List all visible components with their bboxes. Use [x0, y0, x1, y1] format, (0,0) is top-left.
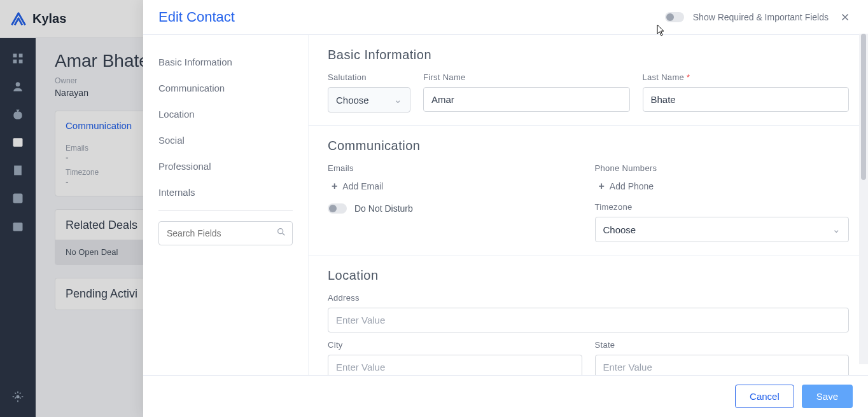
- sidebar-item-communication[interactable]: Communication: [158, 75, 293, 101]
- timezone-field-label: Timezone: [595, 202, 850, 212]
- plus-icon: +: [332, 181, 337, 192]
- address-input[interactable]: [328, 308, 849, 332]
- modal-header: Edit Contact Show Required & Important F…: [143, 0, 868, 35]
- dnd-label: Do Not Disturb: [354, 203, 413, 214]
- divider: [309, 125, 868, 126]
- save-button[interactable]: Save: [802, 385, 853, 408]
- address-label: Address: [328, 293, 849, 303]
- search-fields-input[interactable]: [158, 221, 293, 245]
- modal-form[interactable]: Basic Information Salutation Choose ⌄ Fi…: [309, 35, 868, 375]
- close-button[interactable]: [837, 10, 853, 25]
- scrollbar[interactable]: [859, 34, 868, 364]
- last-name-input[interactable]: [643, 87, 850, 112]
- search-icon: [276, 227, 286, 240]
- first-name-label: First Name: [423, 72, 630, 82]
- state-label: State: [595, 340, 850, 350]
- modal-title: Edit Contact: [158, 9, 235, 25]
- sidebar-item-internals[interactable]: Internals: [158, 179, 293, 205]
- close-icon: [839, 11, 851, 23]
- add-email-label: Add Email: [342, 181, 383, 191]
- chevron-down-icon: ⌄: [394, 94, 402, 106]
- salutation-select[interactable]: Choose ⌄: [328, 87, 410, 113]
- emails-field-label: Emails: [328, 163, 582, 173]
- sidebar-item-basic[interactable]: Basic Information: [158, 49, 293, 75]
- salutation-label: Salutation: [328, 72, 410, 82]
- add-phone-button[interactable]: + Add Phone: [595, 178, 850, 195]
- state-input[interactable]: [595, 355, 850, 375]
- plus-icon: +: [599, 181, 605, 192]
- city-input[interactable]: [328, 355, 582, 375]
- city-label: City: [328, 340, 582, 350]
- edit-contact-modal: Edit Contact Show Required & Important F…: [143, 0, 868, 417]
- last-name-label: Last Name *: [643, 72, 850, 82]
- cancel-button[interactable]: Cancel: [735, 385, 794, 408]
- required-fields-toggle[interactable]: [665, 12, 684, 22]
- section-basic-title: Basic Information: [328, 48, 849, 62]
- phones-field-label: Phone Numbers: [595, 163, 850, 173]
- timezone-value: Choose: [603, 224, 636, 235]
- modal-sidebar: Basic Information Communication Location…: [143, 35, 309, 375]
- sidebar-item-social[interactable]: Social: [158, 127, 293, 153]
- dnd-toggle[interactable]: [328, 203, 347, 214]
- salutation-value: Choose: [336, 95, 369, 106]
- sidebar-divider: [158, 210, 293, 211]
- sidebar-item-professional[interactable]: Professional: [158, 153, 293, 179]
- section-communication-title: Communication: [328, 139, 849, 153]
- cursor-icon: [657, 24, 666, 37]
- modal-footer: Cancel Save: [143, 375, 868, 417]
- svg-point-10: [278, 229, 283, 234]
- sidebar-item-location[interactable]: Location: [158, 101, 293, 127]
- divider: [309, 255, 868, 256]
- first-name-input[interactable]: [423, 87, 630, 112]
- add-email-button[interactable]: + Add Email: [328, 178, 582, 195]
- chevron-down-icon: ⌄: [832, 224, 841, 235]
- section-location-title: Location: [328, 268, 849, 283]
- timezone-select[interactable]: Choose ⌄: [595, 217, 850, 242]
- required-fields-label: Show Required & Important Fields: [693, 12, 829, 22]
- add-phone-label: Add Phone: [610, 181, 654, 191]
